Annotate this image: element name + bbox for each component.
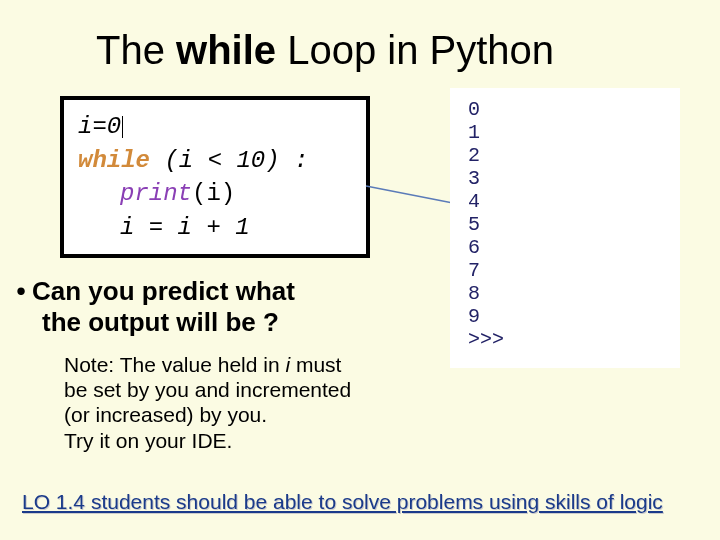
output-line: 7 [468, 259, 662, 282]
learning-objective-footer: LO 1.4 students should be able to solve … [22, 490, 698, 514]
output-line: 9 [468, 305, 662, 328]
code-line-3: print(i) [78, 177, 352, 211]
code-function: print [120, 180, 192, 207]
note-1a: Note: The value held in [64, 353, 285, 376]
bullet-dot-icon: • [10, 276, 32, 307]
note-1b: must [290, 353, 341, 376]
code-line-4: i = i + 1 [78, 211, 352, 245]
svg-line-0 [366, 186, 458, 204]
bullet-question: •Can you predict what the output will be… [10, 276, 370, 338]
code-snippet-box: i=0 while (i < 10) : print(i) i = i + 1 [60, 96, 370, 258]
slide-title: The while Loop in Python [96, 28, 554, 73]
code-val: 0 [107, 113, 121, 140]
code-arg: (i) [192, 180, 235, 207]
output-line: 3 [468, 167, 662, 190]
output-line: 6 [468, 236, 662, 259]
title-post: Loop in Python [276, 28, 554, 72]
code-line-2: while (i < 10) : [78, 144, 352, 178]
output-line: 1 [468, 121, 662, 144]
output-line: 2 [468, 144, 662, 167]
output-prompt: >>> [468, 328, 662, 351]
code-condition: (i < 10) : [150, 147, 308, 174]
code-eq: = [92, 113, 106, 140]
output-line: 5 [468, 213, 662, 236]
note-3: (or increased) by you. [64, 402, 394, 427]
note-2: be set by you and incremented [64, 377, 394, 402]
bullet-line-1: Can you predict what [32, 276, 295, 306]
note-text: Note: The value held in i must be set by… [64, 352, 394, 453]
code-line-1: i=0 [78, 110, 352, 144]
title-bold: while [176, 28, 276, 72]
note-4: Try it on your IDE. [64, 428, 394, 453]
code-keyword: while [78, 147, 150, 174]
title-pre: The [96, 28, 176, 72]
output-line: 4 [468, 190, 662, 213]
text-cursor [122, 116, 123, 138]
output-line: 0 [468, 98, 662, 121]
bullet-line-2: the output will be ? [10, 307, 370, 338]
output-box: 0 1 2 3 4 5 6 7 8 9 >>> [450, 88, 680, 368]
output-line: 8 [468, 282, 662, 305]
code-var: i [78, 113, 92, 140]
